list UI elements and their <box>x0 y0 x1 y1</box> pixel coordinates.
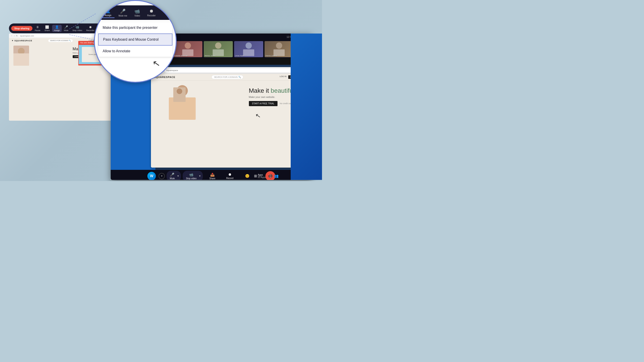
pause-icon: ⏸ <box>36 25 39 29</box>
hero-photo-frame <box>173 87 186 102</box>
zoom-assign-icon: 👤 <box>105 8 111 13</box>
browser-url-bar[interactable]: Squarespace <box>164 68 304 72</box>
url-text: Squarespace <box>166 69 178 71</box>
recorder-icon-left: ⏺ <box>89 25 92 29</box>
mute-icon-left: 🎤 <box>64 25 68 29</box>
share-icon: ⬜ <box>45 25 49 29</box>
video-preview-toggle[interactable]: ▼ <box>158 173 165 179</box>
zoom-mute-icon: 🎤 <box>120 8 126 14</box>
participant-marise[interactable]: Marise Torres <box>204 41 233 57</box>
shared-content-cursor: ↖ <box>255 111 261 120</box>
mute-main-button[interactable]: 🎤 Mute <box>168 172 176 180</box>
mute-caret[interactable]: ▼ <box>177 175 179 177</box>
sq-logo: ✦ SQUARESPACE <box>12 39 32 42</box>
assign-button[interactable]: 👤 Assign <box>52 25 62 32</box>
mute-button-group: 🎤 Mute ▼ <box>166 171 181 180</box>
pass-keyboard-menu-item[interactable]: Pass Keyboard and Mouse Control <box>98 33 172 45</box>
participants-icon-bottom[interactable]: 👥 <box>268 173 284 179</box>
search-icon: 🔍 <box>238 76 241 78</box>
browser-squarespace-header: SQUARESPACE SEARCH FOR A DOMAIN 🔍 LOG IN… <box>151 74 310 81</box>
browser-chrome: ← → ↻ Squarespace ⋯ <box>151 67 310 74</box>
hero-photo-face <box>177 88 182 94</box>
squarespace-search[interactable]: SEARCH FOR A DOMAIN 🔍 <box>212 75 243 79</box>
stop-video-button-group: 📹 Stop video ▼ <box>183 171 202 180</box>
sq-search: SEARCH FOR A DOMAIN 🔍 <box>48 39 73 42</box>
browser-hero-area: Make it beautiful Make your own website.… <box>151 81 310 168</box>
apps-icon: ⊞ <box>254 174 257 178</box>
stop-video-icon: 📹 <box>189 173 194 177</box>
zoom-magnifier-circle: 👤 Assign 🎤 Mute me 📹 Video ⏺ Recoder Mak… <box>94 0 177 83</box>
participants-icon: 👥 <box>274 174 278 178</box>
record-button-bottom[interactable]: ⏺ Record <box>222 172 238 180</box>
emoji-icon: 😊 <box>245 174 250 178</box>
isabelle-name: Isabelle Brennan <box>174 55 202 57</box>
hero-model-display <box>169 85 196 125</box>
marise-name: Marise Torres <box>204 55 232 57</box>
zoom-toolbar: 👤 Assign 🎤 Mute me 📹 Video ⏺ Recoder <box>99 5 171 20</box>
stop-video-caret[interactable]: ▼ <box>199 175 201 177</box>
right-blue-panel <box>291 33 322 180</box>
zoom-assign-button[interactable]: 👤 Assign <box>102 7 114 18</box>
stop-video-icon-left: 📹 <box>75 25 79 29</box>
browser-content: SQUARESPACE SEARCH FOR A DOMAIN 🔍 LOG IN… <box>151 74 310 168</box>
webex-bottom-bar: W ▼ 🎤 Mute ▼ 📹 Stop video ▼ 📤 Share <box>111 170 312 180</box>
recorder-button-left[interactable]: ⏺ Recorder <box>84 25 96 32</box>
mute-button-left[interactable]: 🎤 Mute <box>62 25 70 32</box>
zoom-cursor: ↖ <box>152 57 161 69</box>
zoom-video-button[interactable]: 📹 Video <box>131 7 143 18</box>
participant-darren[interactable]: Darren Owens <box>264 41 294 57</box>
umar-name: Umar Patel <box>235 55 262 57</box>
zoom-mute-button[interactable]: 🎤 Mute me <box>116 7 130 18</box>
zoom-recorder-button[interactable]: ⏺ Recoder <box>144 7 159 18</box>
stop-video-main-button[interactable]: 📹 Stop video <box>184 172 198 180</box>
participant-isabelle[interactable]: Isabelle Brennan <box>173 41 202 57</box>
login-button[interactable]: LOG IN <box>280 75 287 79</box>
zoom-dropdown-menu: Make this participant the presenter Pass… <box>98 22 172 57</box>
share-button[interactable]: ⬜ Share <box>43 25 52 32</box>
share-icon-bottom: 📤 <box>210 173 215 177</box>
participant-umar[interactable]: Umar Patel <box>234 41 263 57</box>
pause-button[interactable]: ⏸ Pause <box>33 25 42 32</box>
start-trial-button[interactable]: START A FREE TRIAL <box>249 101 278 106</box>
make-presenter-menu-item[interactable]: Make this participant the presenter <box>98 22 172 33</box>
apps-button[interactable]: ⊞ Apps 83 Apps <box>252 173 268 179</box>
stop-sharing-button[interactable]: Stop sharing <box>11 26 32 31</box>
darren-name: Darren Owens <box>266 55 293 57</box>
assign-icon: 👤 <box>55 25 59 29</box>
apps-count-badge: 83 Apps <box>258 176 266 179</box>
allow-annotate-menu-item[interactable]: Allow to Annotate <box>98 45 172 57</box>
stop-video-button-left[interactable]: 📹 Stop Video <box>71 25 84 32</box>
mute-icon: 🎤 <box>170 173 174 177</box>
zoom-recorder-icon: ⏺ <box>149 8 154 14</box>
webex-circle-logo: W <box>147 172 156 180</box>
shared-browser-window: ← → ↻ Squarespace ⋯ SQUARESPACE SEARCH F… <box>151 67 310 168</box>
model-image <box>14 45 29 66</box>
zoom-video-icon: 📹 <box>134 8 140 14</box>
share-button-bottom[interactable]: 📤 Share <box>204 172 220 180</box>
record-icon: ⏺ <box>228 173 232 177</box>
